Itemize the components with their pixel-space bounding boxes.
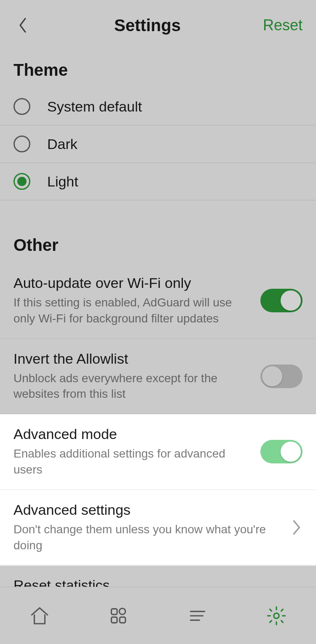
- section-heading-theme: Theme: [0, 51, 316, 88]
- theme-option-light[interactable]: Light: [0, 163, 316, 200]
- theme-option-label: Dark: [47, 136, 78, 152]
- row-desc: Don't change them unless you know what y…: [13, 522, 281, 554]
- row-title: Invert the Allowlist: [13, 351, 250, 367]
- chevron-left-icon: [18, 17, 28, 34]
- tab-settings[interactable]: [266, 605, 287, 626]
- radio-icon: [13, 98, 30, 115]
- svg-rect-3: [120, 617, 126, 623]
- chevron-right-icon: [291, 518, 303, 537]
- list-icon: [187, 605, 208, 626]
- svg-rect-2: [112, 617, 118, 623]
- grid-icon: [108, 605, 129, 626]
- header: Settings Reset: [0, 0, 316, 51]
- tab-bar: [0, 587, 316, 644]
- toggle-knob: [262, 366, 282, 386]
- row-title: Advanced settings: [13, 502, 281, 518]
- svg-point-1: [119, 608, 126, 615]
- svg-point-7: [274, 613, 279, 618]
- row-advanced-settings[interactable]: Advanced settings Don't change them unle…: [0, 490, 316, 566]
- back-button[interactable]: [13, 16, 32, 35]
- theme-option-label: Light: [47, 173, 78, 190]
- row-invert-allowlist[interactable]: Invert the Allowlist Unblock ads everywh…: [0, 339, 316, 415]
- row-title: Auto-update over Wi-Fi only: [13, 275, 250, 291]
- row-desc: Unblock ads everywhere except for the we…: [13, 370, 250, 402]
- radio-icon-selected: [13, 173, 30, 190]
- row-advanced-mode[interactable]: Advanced mode Enables additional setting…: [0, 414, 316, 490]
- home-icon: [29, 605, 50, 626]
- row-text: Advanced mode Enables additional setting…: [13, 426, 260, 478]
- row-desc: Enables additional settings for advanced…: [13, 446, 250, 478]
- row-title: Advanced mode: [13, 426, 250, 442]
- tab-activity[interactable]: [187, 605, 208, 626]
- row-desc: If this setting is enabled, AdGuard will…: [13, 295, 250, 327]
- spacer: [0, 200, 316, 226]
- row-text: Advanced settings Don't change them unle…: [13, 502, 291, 554]
- toggle-advanced-mode[interactable]: [260, 440, 303, 463]
- theme-option-system[interactable]: System default: [0, 88, 316, 125]
- toggle-knob: [281, 442, 301, 462]
- row-text: Invert the Allowlist Unblock ads everywh…: [13, 351, 260, 402]
- gear-icon: [266, 605, 287, 626]
- tab-apps[interactable]: [108, 605, 129, 626]
- radio-icon: [13, 136, 30, 152]
- section-heading-other: Other: [0, 226, 316, 263]
- svg-rect-0: [112, 609, 118, 615]
- toggle-invert-allowlist[interactable]: [260, 365, 303, 388]
- tab-home[interactable]: [29, 605, 50, 626]
- reset-button[interactable]: Reset: [263, 16, 303, 34]
- theme-option-label: System default: [47, 98, 142, 115]
- toggle-wifi-only[interactable]: [260, 289, 303, 312]
- toggle-knob: [281, 290, 301, 311]
- page-title: Settings: [32, 16, 263, 35]
- row-text: Auto-update over Wi-Fi only If this sett…: [13, 275, 260, 327]
- theme-option-dark[interactable]: Dark: [0, 125, 316, 163]
- row-wifi-only[interactable]: Auto-update over Wi-Fi only If this sett…: [0, 263, 316, 339]
